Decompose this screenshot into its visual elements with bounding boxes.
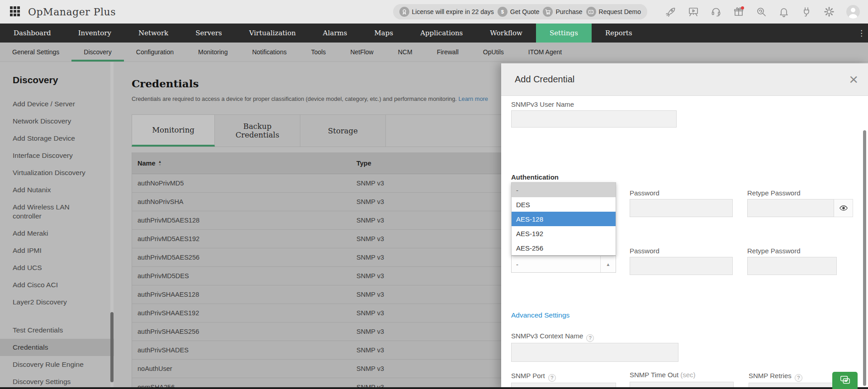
password-label: Password — [630, 189, 659, 197]
get-quote-button[interactable]: $ Get Quote — [498, 7, 540, 17]
modal-scrollbar-thumb[interactable] — [863, 130, 866, 386]
context-name-input[interactable] — [511, 343, 678, 362]
training-presentation-icon[interactable] — [688, 6, 699, 17]
integrations-plug-icon[interactable] — [801, 6, 812, 17]
sidebar-title: Discovery — [13, 75, 114, 85]
sidebar-item-add-ipmi[interactable]: Add IPMI — [0, 242, 114, 259]
context-name-label: SNMPv3 Context Name? — [511, 332, 594, 342]
tab-backup-credentials[interactable]: Backup Credentials — [215, 115, 300, 147]
learn-more-link[interactable]: Learn more — [458, 95, 488, 102]
timeout-unit: (sec) — [680, 371, 695, 379]
help-icon[interactable]: ? — [795, 374, 802, 382]
sidebar-item-layer2-discovery[interactable]: Layer2 Discovery — [0, 294, 114, 311]
show-password-eye-icon[interactable] — [834, 199, 853, 217]
settings-gear-icon[interactable] — [824, 6, 835, 17]
snmpv3-user-name-input[interactable] — [511, 110, 677, 128]
sidebar-scrollbar-thumb[interactable] — [110, 312, 114, 382]
authentication-dropdown-list: - DES AES-128 AES-192 AES-256 — [511, 182, 616, 256]
dropdown-option-aes-192[interactable]: AES-192 — [512, 226, 616, 241]
tab-monitoring[interactable]: Monitoring — [132, 115, 215, 147]
topbar-right: License will expire in 22 days $ Get Quo… — [393, 0, 860, 24]
nav-network[interactable]: Network — [125, 24, 182, 43]
request-demo-button[interactable]: Request Demo — [586, 7, 641, 17]
sidebar-item-add-meraki[interactable]: Add Meraki — [0, 225, 114, 242]
top-bar: OpManager Plus License will expire in 22… — [0, 0, 868, 24]
nav-inventory[interactable]: Inventory — [65, 24, 125, 43]
password-input[interactable] — [630, 199, 733, 217]
sidebar-item-network-discovery[interactable]: Network Discovery — [0, 113, 114, 130]
dropdown-option-none[interactable]: - — [512, 183, 616, 197]
purchase-button[interactable]: Purchase — [543, 7, 582, 17]
offers-gift-icon[interactable] — [733, 6, 744, 17]
help-icon[interactable]: ? — [586, 334, 594, 342]
subnav-discovery[interactable]: Discovery — [71, 43, 123, 62]
dollar-icon: $ — [498, 7, 508, 17]
nav-dashboard[interactable]: Dashboard — [0, 24, 65, 43]
nav-maps[interactable]: Maps — [361, 24, 407, 43]
snmp-retries-label: SNMP Retries? — [749, 372, 802, 382]
encryption-select-value: - — [512, 261, 600, 268]
subnav-configuration[interactable]: Configuration — [124, 43, 186, 62]
retype-password-input[interactable] — [747, 199, 834, 217]
nav-overflow-kebab-icon[interactable]: ⋮ — [858, 24, 865, 43]
sidebar-item-add-nutanix[interactable]: Add Nutanix — [0, 181, 114, 199]
help-icon[interactable]: ? — [548, 374, 556, 382]
sidebar-item-discovery-settings[interactable]: Discovery Settings — [0, 373, 114, 389]
modal-header: Add Credential × — [501, 63, 868, 96]
subnav-monitoring[interactable]: Monitoring — [186, 43, 240, 62]
sort-icon[interactable]: ▲▼ — [158, 160, 162, 166]
app-grid-icon[interactable] — [10, 6, 21, 17]
sidebar-item-test-credentials[interactable]: Test Credentials — [0, 322, 114, 339]
nav-applications[interactable]: Applications — [407, 24, 476, 43]
subnav-netflow[interactable]: NetFlow — [338, 43, 385, 62]
sidebar-item-add-wireless-lan-controller[interactable]: Add Wireless LAN controller — [0, 199, 88, 225]
retype-password2-label: Retype Password — [747, 247, 801, 255]
chevron-up-icon: ▲ — [600, 256, 616, 272]
search-icon[interactable] — [756, 6, 767, 17]
dropdown-option-des[interactable]: DES — [512, 197, 616, 212]
advanced-settings-link[interactable]: Advanced Settings — [511, 311, 569, 319]
sidebar-item-interface-discovery[interactable]: Interface Discovery — [0, 147, 114, 164]
sidebar-item-add-device-server[interactable]: Add Device / Server — [0, 95, 114, 113]
notification-dot — [741, 6, 744, 9]
sidebar-item-virtualization-discovery[interactable]: Virtualization Discovery — [0, 164, 114, 181]
play-demo-icon — [586, 7, 596, 17]
license-pill: License will expire in 22 days $ Get Quo… — [393, 4, 647, 19]
sidebar-item-add-cisco-aci[interactable]: Add Cisco ACI — [0, 276, 114, 294]
license-status[interactable]: License will expire in 22 days — [399, 7, 494, 17]
dropdown-option-aes-256[interactable]: AES-256 — [512, 241, 616, 255]
tab-storage[interactable]: Storage — [300, 115, 386, 147]
subnav-oputils[interactable]: OpUtils — [471, 43, 516, 62]
subnav-tools[interactable]: Tools — [299, 43, 338, 62]
password2-input[interactable] — [630, 257, 733, 275]
nav-alarms[interactable]: Alarms — [309, 24, 361, 43]
main-nav: Dashboard Inventory Network Servers Virt… — [0, 24, 868, 43]
nav-reports[interactable]: Reports — [592, 24, 646, 43]
alerts-bell-icon[interactable] — [778, 6, 789, 17]
retype-password-label: Retype Password — [747, 189, 801, 197]
encryption-select[interactable]: - ▲ — [511, 256, 616, 273]
sidebar-item-add-ucs[interactable]: Add UCS — [0, 259, 114, 276]
password2-label: Password — [630, 247, 659, 255]
dropdown-option-aes-128[interactable]: AES-128 — [512, 212, 616, 226]
subnav-ncm[interactable]: NCM — [386, 43, 425, 62]
sidebar-item-add-storage-device[interactable]: Add Storage Device — [0, 130, 114, 147]
nav-virtualization[interactable]: Virtualization — [236, 24, 309, 43]
subnav-notifications[interactable]: Notifications — [240, 43, 299, 62]
sidebar-item-credentials[interactable]: Credentials — [0, 339, 114, 356]
subnav-general-settings[interactable]: General Settings — [0, 43, 71, 62]
user-avatar[interactable] — [846, 5, 860, 19]
whats-new-rocket-icon[interactable] — [665, 6, 676, 17]
nav-servers[interactable]: Servers — [182, 24, 236, 43]
nav-settings[interactable]: Settings — [536, 24, 592, 43]
snmp-port-label: SNMP Port? — [511, 372, 556, 382]
nav-workflow[interactable]: Workflow — [476, 24, 536, 43]
subnav-firewall[interactable]: Firewall — [425, 43, 471, 62]
subnav-itom-agent[interactable]: ITOM Agent — [516, 43, 574, 62]
sidebar-item-discovery-rule-engine[interactable]: Discovery Rule Engine — [0, 356, 114, 373]
live-chat-button[interactable] — [832, 372, 858, 389]
close-icon[interactable]: × — [849, 68, 858, 90]
support-headset-icon[interactable] — [711, 6, 721, 17]
retype-password2-input[interactable] — [747, 257, 837, 275]
column-name-header[interactable]: Name — [138, 160, 156, 167]
